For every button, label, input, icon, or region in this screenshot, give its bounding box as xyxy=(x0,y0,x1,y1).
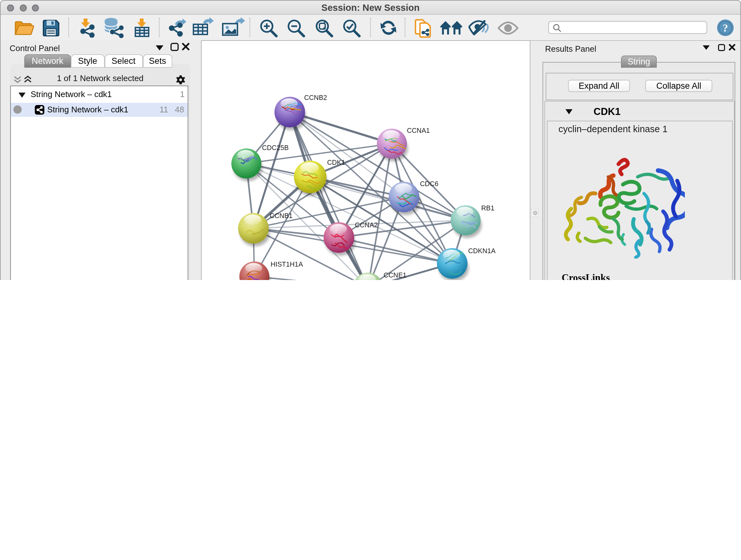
svg-text:HIST1H1A: HIST1H1A xyxy=(271,260,303,268)
svg-text:CDKN1A: CDKN1A xyxy=(468,247,496,254)
svg-text:CDC25B: CDC25B xyxy=(262,144,289,151)
svg-text:CCNA2: CCNA2 xyxy=(355,221,378,229)
svg-text:CCNB2: CCNB2 xyxy=(304,94,327,101)
svg-text:CCNB1: CCNB1 xyxy=(270,212,293,219)
svg-text:?: ? xyxy=(723,22,728,34)
svg-text:CDC6: CDC6 xyxy=(420,180,439,187)
svg-text:CCNE1: CCNE1 xyxy=(384,271,407,279)
svg-text:CDK1: CDK1 xyxy=(327,159,345,166)
svg-text:CCNA1: CCNA1 xyxy=(407,127,430,134)
svg-text:RB1: RB1 xyxy=(481,204,494,212)
